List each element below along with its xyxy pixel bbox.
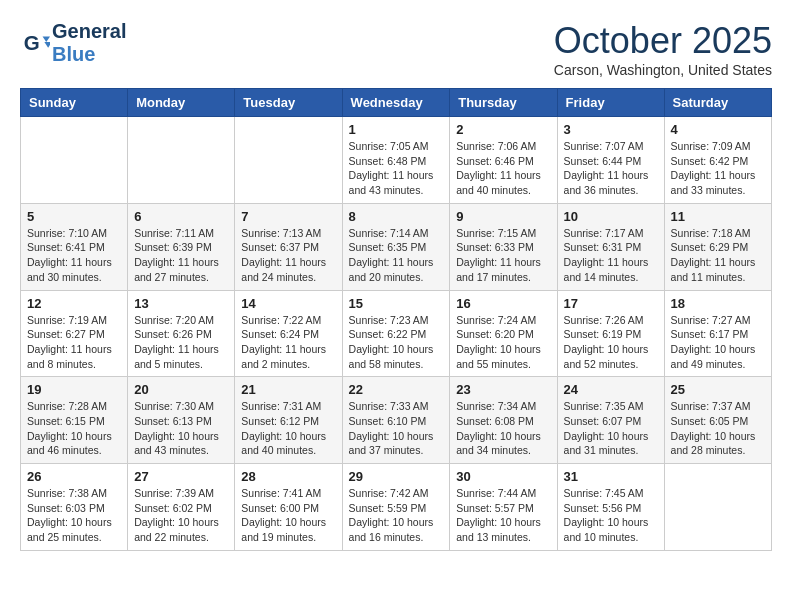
calendar-cell: 10Sunrise: 7:17 AM Sunset: 6:31 PM Dayli… [557,203,664,290]
day-info: Sunrise: 7:38 AM Sunset: 6:03 PM Dayligh… [27,486,121,545]
day-info: Sunrise: 7:44 AM Sunset: 5:57 PM Dayligh… [456,486,550,545]
calendar-cell: 19Sunrise: 7:28 AM Sunset: 6:15 PM Dayli… [21,377,128,464]
day-number: 19 [27,382,121,397]
day-info: Sunrise: 7:22 AM Sunset: 6:24 PM Dayligh… [241,313,335,372]
day-info: Sunrise: 7:23 AM Sunset: 6:22 PM Dayligh… [349,313,444,372]
day-number: 12 [27,296,121,311]
svg-text:G: G [24,31,40,54]
day-header-wednesday: Wednesday [342,89,450,117]
calendar-cell [128,117,235,204]
day-number: 18 [671,296,765,311]
day-info: Sunrise: 7:37 AM Sunset: 6:05 PM Dayligh… [671,399,765,458]
calendar-cell: 4Sunrise: 7:09 AM Sunset: 6:42 PM Daylig… [664,117,771,204]
day-info: Sunrise: 7:20 AM Sunset: 6:26 PM Dayligh… [134,313,228,372]
calendar-table: SundayMondayTuesdayWednesdayThursdayFrid… [20,88,772,551]
calendar-cell: 13Sunrise: 7:20 AM Sunset: 6:26 PM Dayli… [128,290,235,377]
day-number: 7 [241,209,335,224]
day-number: 22 [349,382,444,397]
page-header: G General Blue October 2025 Carson, Wash… [20,20,772,78]
week-row-1: 1Sunrise: 7:05 AM Sunset: 6:48 PM Daylig… [21,117,772,204]
day-info: Sunrise: 7:35 AM Sunset: 6:07 PM Dayligh… [564,399,658,458]
day-number: 2 [456,122,550,137]
day-header-saturday: Saturday [664,89,771,117]
day-info: Sunrise: 7:31 AM Sunset: 6:12 PM Dayligh… [241,399,335,458]
calendar-cell: 26Sunrise: 7:38 AM Sunset: 6:03 PM Dayli… [21,464,128,551]
day-info: Sunrise: 7:15 AM Sunset: 6:33 PM Dayligh… [456,226,550,285]
day-info: Sunrise: 7:07 AM Sunset: 6:44 PM Dayligh… [564,139,658,198]
day-number: 23 [456,382,550,397]
day-header-friday: Friday [557,89,664,117]
day-number: 27 [134,469,228,484]
calendar-cell: 20Sunrise: 7:30 AM Sunset: 6:13 PM Dayli… [128,377,235,464]
day-info: Sunrise: 7:30 AM Sunset: 6:13 PM Dayligh… [134,399,228,458]
day-info: Sunrise: 7:14 AM Sunset: 6:35 PM Dayligh… [349,226,444,285]
day-info: Sunrise: 7:19 AM Sunset: 6:27 PM Dayligh… [27,313,121,372]
day-number: 9 [456,209,550,224]
calendar-cell: 24Sunrise: 7:35 AM Sunset: 6:07 PM Dayli… [557,377,664,464]
calendar-cell: 9Sunrise: 7:15 AM Sunset: 6:33 PM Daylig… [450,203,557,290]
logo: G General Blue [20,20,126,66]
calendar-cell: 11Sunrise: 7:18 AM Sunset: 6:29 PM Dayli… [664,203,771,290]
calendar-cell: 23Sunrise: 7:34 AM Sunset: 6:08 PM Dayli… [450,377,557,464]
location: Carson, Washington, United States [554,62,772,78]
day-info: Sunrise: 7:41 AM Sunset: 6:00 PM Dayligh… [241,486,335,545]
calendar-cell: 5Sunrise: 7:10 AM Sunset: 6:41 PM Daylig… [21,203,128,290]
day-info: Sunrise: 7:45 AM Sunset: 5:56 PM Dayligh… [564,486,658,545]
day-number: 17 [564,296,658,311]
week-row-3: 12Sunrise: 7:19 AM Sunset: 6:27 PM Dayli… [21,290,772,377]
day-info: Sunrise: 7:11 AM Sunset: 6:39 PM Dayligh… [134,226,228,285]
calendar-cell: 22Sunrise: 7:33 AM Sunset: 6:10 PM Dayli… [342,377,450,464]
day-header-thursday: Thursday [450,89,557,117]
week-row-4: 19Sunrise: 7:28 AM Sunset: 6:15 PM Dayli… [21,377,772,464]
week-row-5: 26Sunrise: 7:38 AM Sunset: 6:03 PM Dayli… [21,464,772,551]
day-info: Sunrise: 7:18 AM Sunset: 6:29 PM Dayligh… [671,226,765,285]
calendar-cell: 31Sunrise: 7:45 AM Sunset: 5:56 PM Dayli… [557,464,664,551]
calendar-cell: 28Sunrise: 7:41 AM Sunset: 6:00 PM Dayli… [235,464,342,551]
calendar-cell: 25Sunrise: 7:37 AM Sunset: 6:05 PM Dayli… [664,377,771,464]
calendar-cell: 14Sunrise: 7:22 AM Sunset: 6:24 PM Dayli… [235,290,342,377]
day-header-tuesday: Tuesday [235,89,342,117]
calendar-cell: 21Sunrise: 7:31 AM Sunset: 6:12 PM Dayli… [235,377,342,464]
logo-general: General [52,20,126,43]
day-info: Sunrise: 7:39 AM Sunset: 6:02 PM Dayligh… [134,486,228,545]
day-number: 31 [564,469,658,484]
calendar-cell: 1Sunrise: 7:05 AM Sunset: 6:48 PM Daylig… [342,117,450,204]
day-number: 15 [349,296,444,311]
calendar-cell: 12Sunrise: 7:19 AM Sunset: 6:27 PM Dayli… [21,290,128,377]
day-info: Sunrise: 7:26 AM Sunset: 6:19 PM Dayligh… [564,313,658,372]
day-info: Sunrise: 7:34 AM Sunset: 6:08 PM Dayligh… [456,399,550,458]
calendar-cell: 29Sunrise: 7:42 AM Sunset: 5:59 PM Dayli… [342,464,450,551]
day-number: 24 [564,382,658,397]
day-info: Sunrise: 7:24 AM Sunset: 6:20 PM Dayligh… [456,313,550,372]
day-info: Sunrise: 7:05 AM Sunset: 6:48 PM Dayligh… [349,139,444,198]
day-info: Sunrise: 7:17 AM Sunset: 6:31 PM Dayligh… [564,226,658,285]
calendar-cell: 6Sunrise: 7:11 AM Sunset: 6:39 PM Daylig… [128,203,235,290]
calendar-cell: 17Sunrise: 7:26 AM Sunset: 6:19 PM Dayli… [557,290,664,377]
day-info: Sunrise: 7:13 AM Sunset: 6:37 PM Dayligh… [241,226,335,285]
calendar-cell: 15Sunrise: 7:23 AM Sunset: 6:22 PM Dayli… [342,290,450,377]
header-row: SundayMondayTuesdayWednesdayThursdayFrid… [21,89,772,117]
calendar-cell [235,117,342,204]
logo-blue: Blue [52,43,126,66]
day-number: 8 [349,209,444,224]
calendar-cell: 3Sunrise: 7:07 AM Sunset: 6:44 PM Daylig… [557,117,664,204]
day-info: Sunrise: 7:27 AM Sunset: 6:17 PM Dayligh… [671,313,765,372]
week-row-2: 5Sunrise: 7:10 AM Sunset: 6:41 PM Daylig… [21,203,772,290]
day-number: 25 [671,382,765,397]
title-block: October 2025 Carson, Washington, United … [554,20,772,78]
calendar-cell: 2Sunrise: 7:06 AM Sunset: 6:46 PM Daylig… [450,117,557,204]
day-info: Sunrise: 7:33 AM Sunset: 6:10 PM Dayligh… [349,399,444,458]
day-info: Sunrise: 7:28 AM Sunset: 6:15 PM Dayligh… [27,399,121,458]
svg-marker-1 [43,36,50,42]
day-number: 21 [241,382,335,397]
day-header-monday: Monday [128,89,235,117]
day-number: 1 [349,122,444,137]
calendar-cell: 8Sunrise: 7:14 AM Sunset: 6:35 PM Daylig… [342,203,450,290]
calendar-cell [21,117,128,204]
svg-marker-2 [44,42,50,48]
day-number: 6 [134,209,228,224]
day-info: Sunrise: 7:10 AM Sunset: 6:41 PM Dayligh… [27,226,121,285]
day-number: 13 [134,296,228,311]
day-number: 29 [349,469,444,484]
logo-icon: G [22,29,50,57]
